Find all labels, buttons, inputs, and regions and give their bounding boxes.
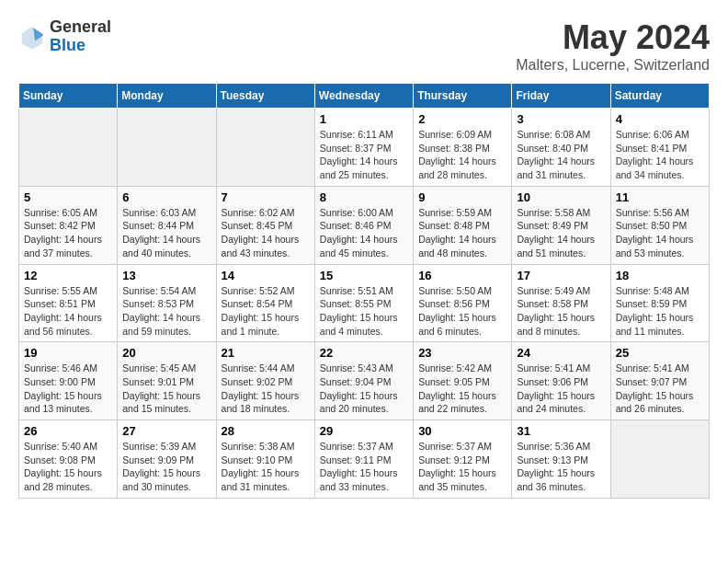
day-number: 25 xyxy=(616,346,704,360)
day-info: Sunrise: 5:50 AM Sunset: 8:56 PM Dayligh… xyxy=(418,284,506,339)
day-info: Sunrise: 5:55 AM Sunset: 8:51 PM Dayligh… xyxy=(24,284,112,339)
day-number: 9 xyxy=(418,190,506,204)
calendar-cell: 19Sunrise: 5:46 AM Sunset: 9:00 PM Dayli… xyxy=(19,342,118,420)
logo-general: General xyxy=(50,18,111,37)
day-info: Sunrise: 5:49 AM Sunset: 8:58 PM Dayligh… xyxy=(517,284,605,339)
calendar-cell: 1Sunrise: 6:11 AM Sunset: 8:37 PM Daylig… xyxy=(314,109,413,187)
day-number: 3 xyxy=(517,112,605,126)
day-info: Sunrise: 6:03 AM Sunset: 8:44 PM Dayligh… xyxy=(122,206,210,260)
calendar-cell xyxy=(216,109,314,187)
day-info: Sunrise: 5:41 AM Sunset: 9:06 PM Dayligh… xyxy=(517,362,605,416)
calendar-cell: 18Sunrise: 5:48 AM Sunset: 8:59 PM Dayli… xyxy=(610,264,709,342)
day-number: 1 xyxy=(320,112,408,126)
week-row-1: 1Sunrise: 6:11 AM Sunset: 8:37 PM Daylig… xyxy=(19,109,710,187)
calendar-cell: 17Sunrise: 5:49 AM Sunset: 8:58 PM Dayli… xyxy=(512,264,610,342)
week-row-3: 12Sunrise: 5:55 AM Sunset: 8:51 PM Dayli… xyxy=(19,264,710,342)
day-number: 31 xyxy=(517,424,605,438)
calendar-table: SundayMondayTuesdayWednesdayThursdayFrid… xyxy=(18,83,710,499)
col-header-tuesday: Tuesday xyxy=(216,84,314,109)
day-number: 11 xyxy=(616,190,704,204)
day-number: 26 xyxy=(24,424,112,438)
subtitle: Malters, Lucerne, Switzerland xyxy=(516,57,710,74)
day-info: Sunrise: 6:08 AM Sunset: 8:40 PM Dayligh… xyxy=(517,128,605,182)
day-number: 12 xyxy=(24,269,112,282)
calendar-cell: 20Sunrise: 5:45 AM Sunset: 9:01 PM Dayli… xyxy=(118,342,216,420)
calendar-cell: 28Sunrise: 5:38 AM Sunset: 9:10 PM Dayli… xyxy=(216,420,314,499)
day-info: Sunrise: 6:11 AM Sunset: 8:37 PM Dayligh… xyxy=(320,128,408,182)
calendar-cell xyxy=(19,109,118,187)
day-number: 18 xyxy=(616,269,704,282)
week-row-2: 5Sunrise: 6:05 AM Sunset: 8:42 PM Daylig… xyxy=(19,186,710,264)
col-header-wednesday: Wednesday xyxy=(314,84,413,109)
day-number: 27 xyxy=(122,424,210,438)
day-info: Sunrise: 5:54 AM Sunset: 8:53 PM Dayligh… xyxy=(122,284,210,339)
day-info: Sunrise: 5:58 AM Sunset: 8:49 PM Dayligh… xyxy=(517,206,605,260)
header: General Blue May 2024 Malters, Lucerne, … xyxy=(18,18,710,74)
calendar-cell: 2Sunrise: 6:09 AM Sunset: 8:38 PM Daylig… xyxy=(414,109,512,187)
calendar-cell: 30Sunrise: 5:37 AM Sunset: 9:12 PM Dayli… xyxy=(414,420,512,499)
calendar-cell: 15Sunrise: 5:51 AM Sunset: 8:55 PM Dayli… xyxy=(314,264,413,342)
day-number: 20 xyxy=(122,346,210,360)
day-info: Sunrise: 5:36 AM Sunset: 9:13 PM Dayligh… xyxy=(517,440,605,494)
day-info: Sunrise: 5:39 AM Sunset: 9:09 PM Dayligh… xyxy=(122,440,210,494)
calendar-cell: 23Sunrise: 5:42 AM Sunset: 9:05 PM Dayli… xyxy=(414,342,512,420)
day-number: 5 xyxy=(24,190,112,204)
day-info: Sunrise: 5:51 AM Sunset: 8:55 PM Dayligh… xyxy=(320,284,408,339)
logo-blue: Blue xyxy=(50,37,111,55)
day-info: Sunrise: 6:06 AM Sunset: 8:41 PM Dayligh… xyxy=(616,128,704,182)
day-number: 23 xyxy=(418,346,506,360)
calendar-cell: 27Sunrise: 5:39 AM Sunset: 9:09 PM Dayli… xyxy=(118,420,216,499)
day-number: 21 xyxy=(222,346,310,360)
day-number: 15 xyxy=(320,269,408,282)
day-number: 8 xyxy=(320,190,408,204)
day-number: 10 xyxy=(517,190,605,204)
logo-icon xyxy=(18,23,46,51)
calendar-cell: 6Sunrise: 6:03 AM Sunset: 8:44 PM Daylig… xyxy=(118,186,216,264)
calendar-cell xyxy=(118,109,216,187)
main-title: May 2024 xyxy=(516,18,710,57)
day-info: Sunrise: 6:09 AM Sunset: 8:38 PM Dayligh… xyxy=(418,128,506,182)
title-section: May 2024 Malters, Lucerne, Switzerland xyxy=(516,18,710,74)
day-number: 28 xyxy=(222,424,310,438)
day-info: Sunrise: 5:37 AM Sunset: 9:12 PM Dayligh… xyxy=(418,440,506,494)
day-info: Sunrise: 5:46 AM Sunset: 9:00 PM Dayligh… xyxy=(24,362,112,416)
day-info: Sunrise: 6:00 AM Sunset: 8:46 PM Dayligh… xyxy=(320,206,408,260)
calendar-cell: 10Sunrise: 5:58 AM Sunset: 8:49 PM Dayli… xyxy=(512,186,610,264)
day-number: 22 xyxy=(320,346,408,360)
calendar-cell: 14Sunrise: 5:52 AM Sunset: 8:54 PM Dayli… xyxy=(216,264,314,342)
day-number: 29 xyxy=(320,424,408,438)
day-info: Sunrise: 6:02 AM Sunset: 8:45 PM Dayligh… xyxy=(222,206,310,260)
day-info: Sunrise: 5:38 AM Sunset: 9:10 PM Dayligh… xyxy=(222,440,310,494)
week-row-4: 19Sunrise: 5:46 AM Sunset: 9:00 PM Dayli… xyxy=(19,342,710,420)
week-row-5: 26Sunrise: 5:40 AM Sunset: 9:08 PM Dayli… xyxy=(19,420,710,499)
day-number: 2 xyxy=(418,112,506,126)
logo: General Blue xyxy=(18,18,111,55)
calendar-cell: 3Sunrise: 6:08 AM Sunset: 8:40 PM Daylig… xyxy=(512,109,610,187)
day-number: 13 xyxy=(122,269,210,282)
col-header-monday: Monday xyxy=(118,84,216,109)
calendar-cell: 12Sunrise: 5:55 AM Sunset: 8:51 PM Dayli… xyxy=(19,264,118,342)
day-info: Sunrise: 5:37 AM Sunset: 9:11 PM Dayligh… xyxy=(320,440,408,494)
calendar-cell: 5Sunrise: 6:05 AM Sunset: 8:42 PM Daylig… xyxy=(19,186,118,264)
day-info: Sunrise: 5:59 AM Sunset: 8:48 PM Dayligh… xyxy=(418,206,506,260)
day-number: 4 xyxy=(616,112,704,126)
day-info: Sunrise: 5:41 AM Sunset: 9:07 PM Dayligh… xyxy=(616,362,704,416)
calendar-cell: 9Sunrise: 5:59 AM Sunset: 8:48 PM Daylig… xyxy=(414,186,512,264)
day-info: Sunrise: 5:44 AM Sunset: 9:02 PM Dayligh… xyxy=(222,362,310,416)
calendar-cell: 16Sunrise: 5:50 AM Sunset: 8:56 PM Dayli… xyxy=(414,264,512,342)
header-row: SundayMondayTuesdayWednesdayThursdayFrid… xyxy=(19,84,710,109)
day-number: 7 xyxy=(222,190,310,204)
day-number: 14 xyxy=(222,269,310,282)
day-number: 19 xyxy=(24,346,112,360)
calendar-cell: 26Sunrise: 5:40 AM Sunset: 9:08 PM Dayli… xyxy=(19,420,118,499)
calendar-cell: 7Sunrise: 6:02 AM Sunset: 8:45 PM Daylig… xyxy=(216,186,314,264)
day-info: Sunrise: 5:48 AM Sunset: 8:59 PM Dayligh… xyxy=(616,284,704,339)
day-info: Sunrise: 5:45 AM Sunset: 9:01 PM Dayligh… xyxy=(122,362,210,416)
day-number: 16 xyxy=(418,269,506,282)
day-info: Sunrise: 5:42 AM Sunset: 9:05 PM Dayligh… xyxy=(418,362,506,416)
day-number: 30 xyxy=(418,424,506,438)
day-number: 24 xyxy=(517,346,605,360)
calendar-cell: 13Sunrise: 5:54 AM Sunset: 8:53 PM Dayli… xyxy=(118,264,216,342)
col-header-saturday: Saturday xyxy=(610,84,709,109)
logo-text: General Blue xyxy=(50,18,111,55)
